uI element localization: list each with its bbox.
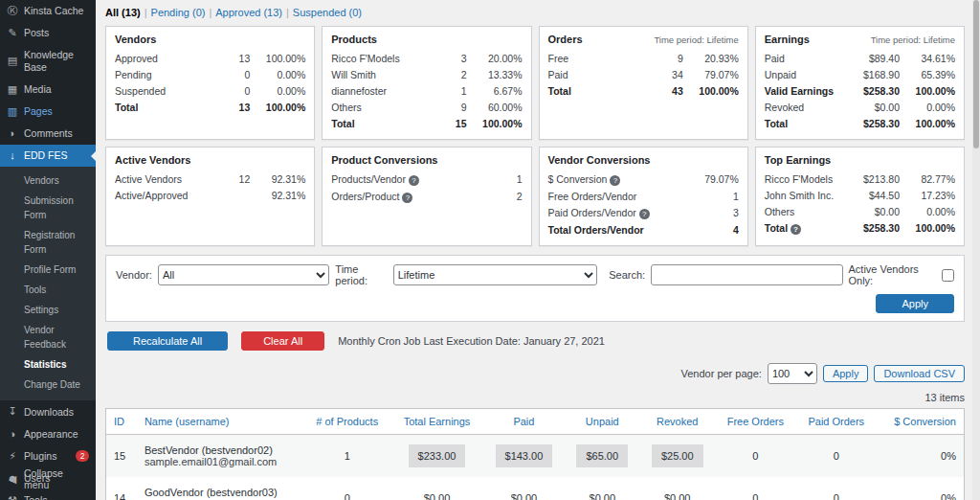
posts-icon: ✎	[7, 27, 18, 39]
sidebar-item-knowledge-base[interactable]: ▤ Knowledge Base	[0, 44, 96, 78]
clear-all-button[interactable]: Clear All	[241, 331, 324, 351]
cell-revoked: $0.00	[640, 477, 715, 500]
cell-paid: $143.00	[483, 435, 565, 478]
collapse-menu-button[interactable]: ◀ Collapse menu	[0, 463, 96, 496]
vendor-conversions-panel: Vendor Conversions $ Conversion?79.07% F…	[539, 147, 748, 246]
search-label: Search:	[609, 269, 645, 281]
sidebar-item-comments[interactable]: ◗ Comments	[0, 123, 96, 145]
submenu-item-settings[interactable]: Settings	[0, 300, 96, 320]
submenu-item-profile-form[interactable]: Profile Form	[0, 260, 96, 280]
column-header-paid-orders[interactable]: Paid Orders	[796, 409, 877, 435]
stat-row-total: Total Orders/Vendor4	[548, 221, 739, 238]
stat-row: Suspended00.00%	[115, 82, 305, 99]
column-header-products[interactable]: # of Products	[303, 409, 390, 435]
view-pending-link[interactable]: Pending (0)	[151, 7, 206, 18]
orders-panel: OrdersTime period: Lifetime Free920.93% …	[539, 26, 748, 140]
stat-row-total: Total13100.00%	[115, 99, 305, 115]
column-header-paid[interactable]: Paid	[483, 409, 565, 435]
per-page-select[interactable]: 100	[768, 363, 817, 384]
collapse-icon: ◀	[7, 473, 18, 486]
submenu-item-change-date[interactable]: Change Date	[0, 375, 96, 395]
stats-panels-row-2: Active Vendors Active Vendors1292.31% Ac…	[105, 147, 965, 246]
download-csv-button[interactable]: Download CSV	[874, 365, 965, 382]
time-period-select[interactable]: Lifetime	[393, 264, 597, 285]
help-icon[interactable]: ?	[402, 193, 412, 203]
stats-panels-row-1: Vendors Approved13100.00% Pending00.00% …	[105, 26, 965, 140]
view-approved-link[interactable]: Approved (13)	[215, 7, 282, 18]
view-separator: |	[145, 7, 147, 18]
active-vendors-only-label: Active Vendors Only:	[849, 263, 936, 286]
panel-title: Products	[331, 34, 377, 45]
submenu-item-vendors[interactable]: Vendors	[0, 170, 96, 191]
cell-revoked: $25.00	[640, 435, 715, 478]
vendor-select[interactable]: All	[158, 264, 329, 285]
sidebar-item-pages[interactable]: ▥ Pages	[0, 101, 96, 123]
filter-apply-button[interactable]: Apply	[876, 294, 954, 313]
stat-row: Ricco F'Models320.00%	[331, 50, 522, 66]
view-suspended-link[interactable]: Suspended (0)	[293, 7, 362, 18]
cell-id: 14	[106, 477, 137, 500]
cell-paid-orders: 0	[796, 477, 877, 500]
earnings-panel: EarningsTime period: Lifetime Paid$89.40…	[755, 26, 965, 140]
stat-row: Active Vendors1292.31%	[115, 170, 305, 187]
column-header-unpaid[interactable]: Unpaid	[565, 409, 639, 435]
help-icon[interactable]: ?	[409, 175, 419, 186]
column-header-total-earnings[interactable]: Total Earnings	[390, 409, 483, 435]
window-scrollbar[interactable]	[972, 0, 980, 500]
statistics-page: All (13)|Pending (0)|Approved (13)|Suspe…	[96, 0, 980, 500]
sidebar-item-appearance[interactable]: ◑ Appearance	[0, 423, 96, 445]
search-input[interactable]	[651, 264, 842, 285]
cell-unpaid: $0.00	[565, 477, 639, 500]
scrollbar-thumb[interactable]	[973, 0, 979, 148]
recalculate-all-button[interactable]: Recalculate All	[107, 331, 228, 351]
panel-title: Product Conversions	[331, 154, 437, 166]
active-vendors-panel: Active Vendors Active Vendors1292.31% Ac…	[105, 147, 315, 246]
stat-row-valid-earnings: Valid Earnings$258.30100.00%	[765, 82, 955, 99]
submenu-item-registration-form[interactable]: Registration Form	[0, 225, 96, 260]
active-menu-arrow	[86, 151, 96, 161]
column-header-id[interactable]: ID	[106, 409, 137, 435]
submenu-item-vendor-feedback[interactable]: Vendor Feedback	[0, 320, 96, 354]
status-views: All (13)|Pending (0)|Approved (13)|Suspe…	[105, 7, 965, 18]
downloads-icon: ↧	[7, 405, 18, 418]
cell-free-orders: 0	[715, 435, 796, 478]
submenu-item-tools[interactable]: Tools	[0, 280, 96, 300]
column-header-revoked[interactable]: Revoked	[640, 409, 715, 435]
cell-name: BestVendor (bestvendor02)sample.email01@…	[137, 435, 303, 478]
help-icon[interactable]: ?	[610, 175, 620, 186]
stat-row: Unpaid$168.9065.39%	[765, 66, 955, 82]
column-header-name[interactable]: Name (username)	[137, 409, 303, 435]
view-separator: |	[286, 7, 289, 18]
sidebar-item-media[interactable]: ▦ Media	[0, 79, 96, 101]
column-header-free-orders[interactable]: Free Orders	[715, 409, 796, 435]
sidebar-item-edd-fes[interactable]: ↓ EDD FES	[0, 145, 96, 167]
cell-products: 0	[303, 477, 390, 500]
help-icon[interactable]: ?	[791, 224, 801, 235]
stat-row-total: Total$258.30100.00%	[765, 115, 955, 131]
vendor-filter-label: Vendor:	[116, 269, 152, 281]
sidebar-item-posts[interactable]: ✎ Posts	[0, 22, 96, 44]
vendor-row: 15 BestVendor (bestvendor02)sample.email…	[106, 435, 965, 478]
submenu-item-submission-form[interactable]: Submission Form	[0, 191, 96, 225]
active-vendors-only-checkbox[interactable]	[942, 269, 954, 282]
cell-paid: $0.00	[483, 477, 565, 500]
sidebar-item-kinsta-cache[interactable]: Ⓚ Kinsta Cache	[0, 0, 96, 22]
column-header-conversion[interactable]: $ Conversion	[877, 409, 965, 435]
stat-row: Ricco F'Models$213.8082.77%	[765, 170, 955, 187]
items-count: 13 items	[105, 392, 965, 403]
knowledge-base-icon: ▤	[7, 55, 18, 67]
stat-row: Active/Approved92.31%	[115, 187, 305, 203]
panel-title: Vendor Conversions	[548, 154, 651, 166]
panel-title: Orders	[548, 34, 583, 45]
stat-row: Others960.00%	[331, 99, 522, 115]
per-page-apply-button[interactable]: Apply	[823, 365, 869, 382]
view-all-link[interactable]: All (13)	[105, 7, 141, 18]
help-icon[interactable]: ?	[639, 209, 650, 219]
sidebar-item-downloads[interactable]: ↧ Downloads	[0, 400, 96, 422]
submenu-item-statistics[interactable]: Statistics	[0, 354, 96, 375]
admin-sidebar: Ⓚ Kinsta Cache ✎ Posts ▤ Knowledge Base …	[0, 0, 96, 500]
vendors-table: ID Name (username) # of Products Total E…	[105, 408, 965, 500]
comments-icon: ◗	[7, 127, 18, 140]
stat-row: Products/Vendor?1	[331, 170, 522, 188]
stat-row-total: Total43100.00%	[548, 82, 739, 99]
